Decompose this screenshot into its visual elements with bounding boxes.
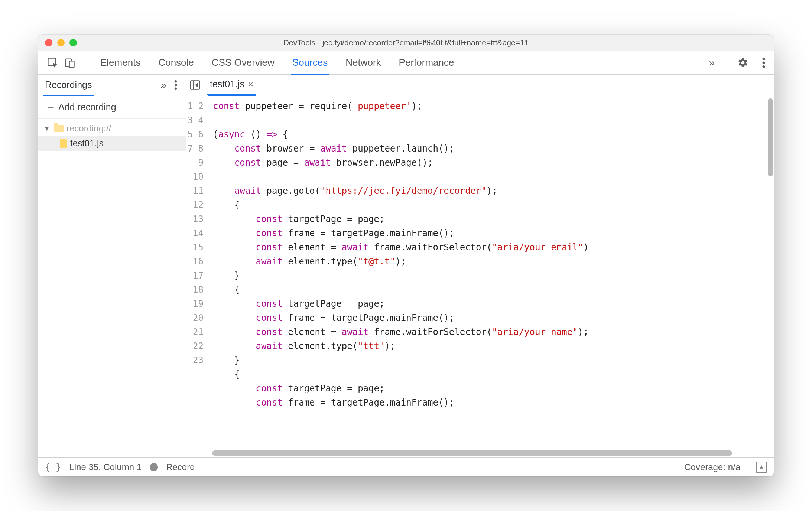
panel-tabs: ElementsConsoleCSS OverviewSourcesNetwor… (90, 51, 704, 74)
toolbar-separator-right (724, 56, 724, 70)
svg-point-4 (763, 61, 765, 64)
coverage-label: Coverage: n/a (684, 462, 740, 472)
svg-point-8 (175, 87, 177, 90)
scroll-to-top-icon[interactable]: ▲ (756, 462, 767, 473)
pretty-print-icon[interactable]: { } (45, 462, 61, 472)
sidebar-options-icon[interactable] (169, 79, 182, 91)
svg-point-5 (763, 65, 765, 68)
add-recording-label: Add recording (58, 102, 116, 113)
main-toolbar: ElementsConsoleCSS OverviewSourcesNetwor… (38, 51, 774, 75)
collapse-icon: ▼ (43, 125, 51, 133)
tree-file-label: test01.js (70, 138, 103, 149)
toolbar-separator (84, 56, 84, 70)
inspect-element-icon[interactable] (45, 55, 61, 71)
sidebar: ＋ Add recording ▼ recording:// test01.js (38, 95, 186, 457)
window-title: DevTools - jec.fyi/demo/recorder?email=t… (38, 38, 774, 47)
tab-console[interactable]: Console (158, 51, 194, 74)
svg-point-6 (175, 80, 177, 83)
add-recording-button[interactable]: ＋ Add recording (38, 95, 186, 119)
plus-icon: ＋ (46, 100, 55, 114)
sidebar-tabs: Recordings » (38, 75, 186, 95)
secondary-toolbar: Recordings » test01.js × (38, 75, 774, 95)
window-zoom-button[interactable] (69, 39, 77, 46)
device-toolbar-icon[interactable] (62, 55, 78, 71)
body: ＋ Add recording ▼ recording:// test01.js… (38, 95, 774, 457)
line-gutter: 1 2 3 4 5 6 7 8 9 10 11 12 13 14 15 16 1… (186, 95, 208, 457)
tree-root[interactable]: ▼ recording:// (38, 121, 186, 136)
record-label[interactable]: Record (166, 462, 195, 472)
cursor-position: Line 35, Column 1 (69, 462, 142, 472)
tab-network[interactable]: Network (345, 51, 381, 74)
svg-point-3 (763, 58, 765, 60)
js-file-icon (60, 139, 67, 148)
close-tab-icon[interactable]: × (248, 79, 253, 89)
record-status-icon[interactable] (150, 463, 158, 471)
tab-sources[interactable]: Sources (292, 51, 328, 74)
tab-css-overview[interactable]: CSS Overview (212, 51, 275, 74)
window-close-button[interactable] (45, 39, 52, 46)
devtools-window: DevTools - jec.fyi/demo/recorder?email=t… (38, 35, 774, 476)
code-editor[interactable]: 1 2 3 4 5 6 7 8 9 10 11 12 13 14 15 16 1… (186, 95, 774, 457)
status-bar: { } Line 35, Column 1 Record Coverage: n… (38, 457, 774, 476)
file-tab-label: test01.js (210, 79, 244, 89)
window-minimize-button[interactable] (57, 39, 65, 46)
tab-elements[interactable]: Elements (100, 51, 140, 74)
recordings-tab[interactable]: Recordings (45, 74, 92, 95)
file-tab-test01[interactable]: test01.js × (207, 74, 256, 96)
titlebar: DevTools - jec.fyi/demo/recorder?email=t… (38, 35, 774, 51)
toggle-navigator-icon[interactable] (190, 80, 200, 90)
settings-icon[interactable] (735, 55, 751, 71)
more-options-icon[interactable] (757, 56, 770, 69)
tree-file[interactable]: test01.js (38, 136, 186, 151)
more-tabs-icon[interactable]: » (706, 57, 718, 69)
svg-rect-2 (69, 61, 74, 68)
vertical-scrollbar[interactable] (768, 98, 773, 176)
code-content: const puppeteer = require('puppeteer'); … (208, 95, 774, 457)
more-sidebar-tabs-icon[interactable]: » (157, 79, 169, 91)
svg-point-7 (175, 84, 177, 86)
folder-icon (54, 125, 64, 132)
traffic-lights (38, 39, 77, 46)
tree-root-label: recording:// (66, 123, 111, 134)
editor-tabstrip: test01.js × (186, 75, 774, 95)
horizontal-scrollbar[interactable] (212, 450, 732, 456)
file-tree: ▼ recording:// test01.js (38, 119, 186, 153)
tab-performance[interactable]: Performance (399, 51, 454, 74)
